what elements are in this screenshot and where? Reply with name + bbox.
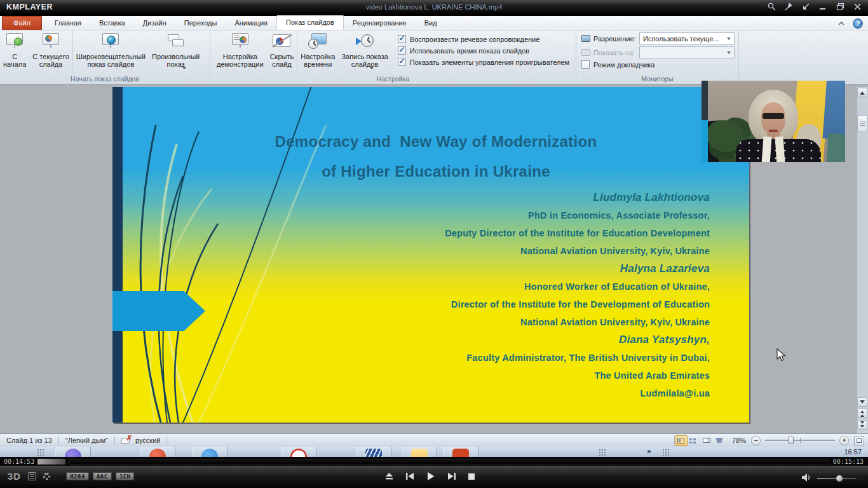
play-icon[interactable] bbox=[427, 472, 435, 480]
seek-bar-row[interactable]: 00:14:53 00:15:13 bbox=[0, 457, 868, 466]
hide-slide-button[interactable]: Скрыть слайд bbox=[267, 31, 297, 74]
tab-design[interactable]: Дизайн bbox=[134, 17, 175, 30]
tab-review[interactable]: Рецензирование bbox=[344, 17, 416, 30]
reading-view-button[interactable] bbox=[700, 435, 713, 446]
previous-slide-icon[interactable] bbox=[857, 409, 867, 418]
minimize-player-icon[interactable] bbox=[801, 3, 810, 11]
language-segment[interactable]: ✗ русский bbox=[115, 436, 167, 445]
playlist-icon[interactable] bbox=[28, 472, 36, 480]
custom-slideshow-button[interactable]: Произвольный показ bbox=[149, 31, 203, 74]
zoom-in-icon[interactable]: + bbox=[839, 436, 849, 445]
taskbar-overflow-chevron[interactable]: » bbox=[647, 447, 651, 456]
tab-transitions[interactable]: Переходы bbox=[175, 17, 226, 30]
play-narrations-checkbox[interactable]: Воспроизвести речевое сопровождение bbox=[398, 35, 569, 43]
next-slide-icon[interactable] bbox=[857, 420, 867, 430]
author-line: Ludmilala@i.ua bbox=[445, 384, 710, 402]
seek-progress[interactable] bbox=[37, 459, 65, 464]
checkbox-checked-icon bbox=[398, 35, 406, 43]
taskbar-app-5[interactable] bbox=[356, 447, 391, 457]
rehearse-timings-button[interactable]: Настройка времени bbox=[297, 31, 338, 74]
slide-number-indicator[interactable]: Слайд 1 из 13 bbox=[0, 436, 59, 445]
resolution-dropdown[interactable]: Использовать текуще... bbox=[639, 32, 735, 44]
gear-icon[interactable] bbox=[43, 473, 50, 480]
language-label: русский bbox=[135, 437, 160, 444]
seek-track[interactable] bbox=[69, 459, 829, 464]
author-line: Deputy Director of the Institute for Edu… bbox=[445, 224, 710, 242]
close-icon[interactable] bbox=[853, 3, 862, 11]
speaker-glasses bbox=[763, 113, 784, 119]
ribbon-group-setup: Настройка демонстрации Скрыть слайд Наст… bbox=[210, 30, 576, 84]
chevron-down-icon bbox=[727, 51, 731, 56]
record-slideshow-button[interactable]: Запись показа слайдов bbox=[338, 31, 391, 74]
word-icon bbox=[365, 449, 382, 457]
total-time: 00:15:13 bbox=[833, 458, 864, 465]
taskbar-app-1[interactable] bbox=[55, 447, 91, 457]
scroll-down-icon[interactable] bbox=[857, 397, 867, 407]
pin-on-top-icon[interactable] bbox=[784, 3, 793, 11]
fit-to-window-icon[interactable] bbox=[854, 436, 864, 445]
eject-icon[interactable] bbox=[385, 473, 393, 480]
app-icon bbox=[201, 449, 218, 457]
tab-insert[interactable]: Вставка bbox=[90, 17, 134, 30]
folder-icon bbox=[411, 449, 428, 457]
zoom-level[interactable]: 78% bbox=[732, 437, 746, 444]
slideshow-view-button[interactable] bbox=[713, 435, 726, 446]
zoom-slider-thumb[interactable] bbox=[788, 437, 794, 444]
tab-file[interactable]: Файл bbox=[2, 16, 42, 30]
author-line: Liudmyla Lakhtionova bbox=[445, 189, 710, 207]
volume-slider-knob[interactable] bbox=[836, 475, 843, 482]
author-line: PhD in Economics, Associate Professor, bbox=[445, 207, 710, 224]
restore-icon[interactable] bbox=[836, 3, 844, 11]
search-icon[interactable] bbox=[767, 3, 776, 11]
video-title: video Lakhtionova L. UKRAINE CHINA.mp4 bbox=[366, 3, 503, 11]
broadcast-slideshow-button[interactable]: Широковещательный показ слайдов bbox=[72, 31, 149, 74]
scrollbar-thumb[interactable] bbox=[857, 115, 867, 132]
video-codec-badge: H264 bbox=[66, 472, 89, 480]
speaker-lips bbox=[769, 130, 778, 132]
setup-show-icon bbox=[229, 32, 251, 52]
volume-slider[interactable] bbox=[817, 478, 857, 479]
broadcast-globe-icon bbox=[100, 32, 121, 52]
taskbar-app-2[interactable] bbox=[140, 447, 175, 457]
use-timings-checkbox[interactable]: Использовать время показа слайдов bbox=[398, 46, 569, 55]
taskbar-clock[interactable]: 16:57 bbox=[844, 448, 862, 456]
from-beginning-button[interactable]: С начала bbox=[0, 31, 29, 74]
statusbar-right: 78% − + bbox=[674, 436, 868, 445]
setup-slideshow-button[interactable]: Настройка демонстрации bbox=[210, 31, 267, 74]
stop-icon[interactable] bbox=[468, 473, 475, 480]
show-media-controls-checkbox[interactable]: Показать элементы управления проигрывате… bbox=[398, 58, 569, 66]
ribbon: С начала С текущего слайда Широковещател… bbox=[0, 30, 868, 85]
tab-slideshow[interactable]: Показ слайдов bbox=[276, 15, 344, 30]
tab-animations[interactable]: Анимация bbox=[226, 17, 276, 30]
hide-slide-icon bbox=[271, 32, 292, 52]
slideshow-current-icon bbox=[40, 32, 62, 52]
taskbar-app-4[interactable] bbox=[281, 447, 316, 457]
titlebar-controls bbox=[767, 3, 862, 11]
slide-sorter-view-button[interactable] bbox=[688, 435, 700, 446]
previous-icon[interactable] bbox=[406, 473, 414, 480]
powerpoint-icon bbox=[452, 449, 469, 457]
zoom-out-icon[interactable]: − bbox=[751, 436, 761, 445]
presenter-view-checkbox[interactable]: Режим докладчика bbox=[581, 60, 654, 69]
3d-mode-button[interactable]: 3D bbox=[8, 471, 21, 482]
taskbar-app-6[interactable] bbox=[402, 447, 437, 457]
collapse-ribbon-icon[interactable] bbox=[836, 18, 846, 29]
next-icon[interactable] bbox=[447, 473, 456, 480]
vertical-scrollbar[interactable] bbox=[856, 87, 868, 433]
slide[interactable]: Democracy and New Way of Modernization o… bbox=[112, 87, 749, 423]
ribbon-group-start-slideshow: С начала С текущего слайда Широковещател… bbox=[0, 30, 210, 84]
zoom-slider[interactable] bbox=[765, 440, 835, 441]
help-icon[interactable]: ? bbox=[853, 18, 863, 29]
from-current-slide-button[interactable]: С текущего слайда bbox=[29, 31, 72, 74]
minimize-icon[interactable] bbox=[818, 3, 827, 11]
spellcheck-icon: ✗ bbox=[121, 437, 131, 444]
tab-view[interactable]: Вид bbox=[416, 17, 446, 30]
tab-home[interactable]: Главная bbox=[46, 17, 90, 30]
theme-name[interactable]: "Легкий дым" bbox=[59, 436, 115, 445]
taskbar-grip bbox=[37, 449, 45, 456]
taskbar-app-3[interactable] bbox=[192, 447, 227, 457]
taskbar-app-7[interactable] bbox=[443, 447, 478, 457]
scroll-up-icon[interactable] bbox=[857, 88, 867, 97]
speaker-icon[interactable] bbox=[802, 473, 811, 484]
normal-view-button[interactable] bbox=[675, 435, 688, 446]
